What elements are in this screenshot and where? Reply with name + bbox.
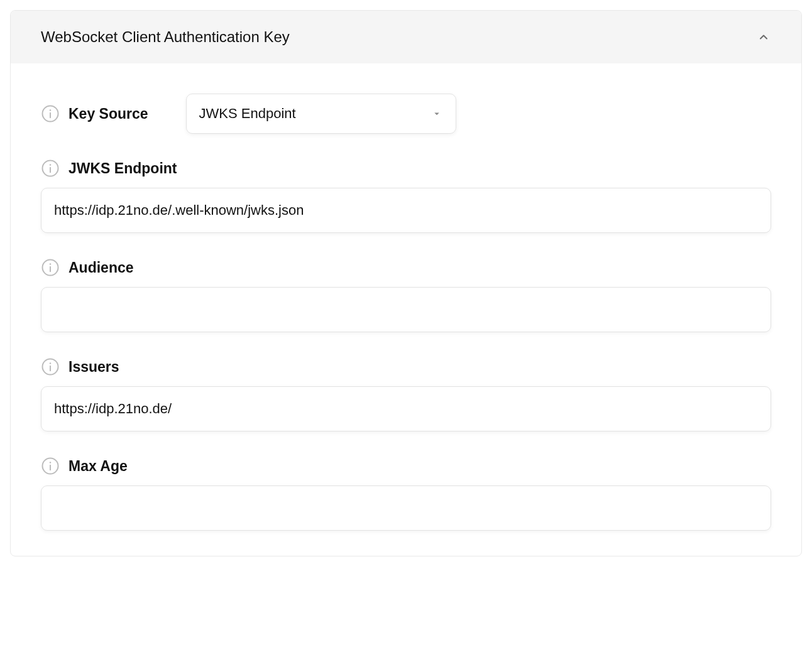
panel-title: WebSocket Client Authentication Key	[41, 28, 290, 46]
key-source-select-wrap	[186, 94, 456, 134]
info-icon[interactable]	[41, 159, 60, 178]
chevron-up-icon	[756, 30, 771, 45]
audience-row: Audience	[41, 258, 771, 332]
key-source-label: Key Source	[69, 106, 148, 122]
audience-input[interactable]	[41, 287, 771, 332]
key-source-select[interactable]	[186, 94, 456, 134]
issuers-input[interactable]	[41, 386, 771, 431]
panel-header[interactable]: WebSocket Client Authentication Key	[11, 11, 801, 63]
max-age-row: Max Age	[41, 457, 771, 531]
panel-body: Key Source	[11, 63, 801, 556]
issuers-row: Issuers	[41, 357, 771, 431]
info-icon[interactable]	[41, 357, 60, 376]
svg-point-11	[50, 362, 52, 364]
svg-point-8	[50, 263, 52, 265]
jwks-endpoint-input[interactable]	[41, 188, 771, 233]
jwks-endpoint-label: JWKS Endpoint	[69, 160, 177, 177]
info-icon[interactable]	[41, 104, 60, 123]
key-source-row: Key Source	[41, 94, 771, 134]
svg-point-14	[50, 462, 52, 463]
auth-key-panel: WebSocket Client Authentication Key	[10, 10, 802, 556]
max-age-input[interactable]	[41, 485, 771, 531]
svg-point-5	[50, 164, 52, 166]
max-age-label: Max Age	[69, 458, 128, 475]
info-icon[interactable]	[41, 258, 60, 277]
jwks-endpoint-row: JWKS Endpoint	[41, 159, 771, 233]
info-icon[interactable]	[41, 457, 60, 475]
audience-label: Audience	[69, 259, 134, 276]
svg-point-2	[50, 109, 52, 111]
issuers-label: Issuers	[69, 359, 119, 376]
